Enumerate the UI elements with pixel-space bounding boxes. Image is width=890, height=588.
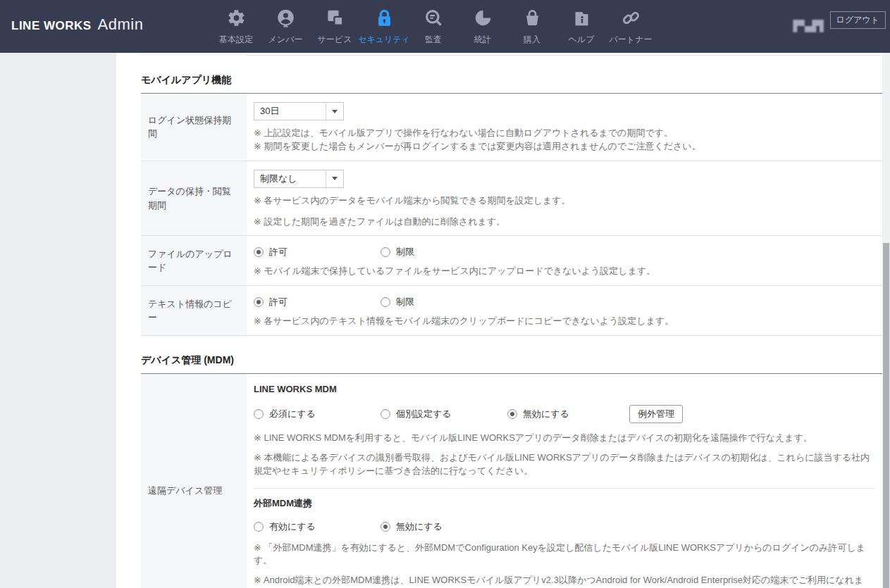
partner-link-icon [622,4,641,31]
note-text: ※ 設定した期間を過ぎたファイルは自動的に削除されます。 [254,215,875,229]
radio-icon[interactable] [381,297,390,307]
logout-button[interactable]: ログアウト [830,11,886,29]
radio-text-copy-allow[interactable]: 許可 [254,296,381,308]
vertical-scrollbar[interactable] [882,53,890,588]
radio-label: 無効にする [396,520,443,533]
exception-management-button[interactable]: 例外管理 [629,405,683,423]
app-logo: LINE WORKS Admin [11,15,143,34]
scrollbar-thumb[interactable] [883,243,889,588]
row-label-data-retention: データの保持・閲覧期間 [141,161,247,236]
table-row: ログイン状態保持期間 30日 ※ 上記設定は、モバイル版アプリで操作を行なわない… [141,94,882,161]
audit-magnifier-icon [424,4,443,31]
note-text: ※ 期間を変更した場合もメンバーが再ログインするまでは変更内容は適用されませんの… [254,140,875,154]
nav-label: パートナー [610,34,653,46]
radio-file-upload-restrict[interactable]: 制限 [381,246,507,258]
note-text: ※ 本機能による各デバイスの識別番号取得、およびモバイル版LINE WORKSア… [254,451,875,478]
help-info-icon [572,4,591,31]
radio-label: 制限 [396,246,414,258]
left-sidebar [0,53,116,588]
main-navigation: 基本設定 メンバー サービス セキュリティ 監査 [211,4,655,46]
user-name-redacted: ▛▚▟▜ [793,20,822,32]
note-text: ※ 各サービス内のデータをモバイル端末から閲覧できる期間を設定します。 [254,194,875,208]
note-text: ※ モバイル端末で保持しているファイルをサービス内にアップロードできないよう設定… [254,265,875,278]
main-panel: モバイルアプリ機能 ログイン状態保持期間 30日 ※ 上記設定は、モバイル版アプ… [116,53,890,588]
nav-item-statistics[interactable]: 統計 [458,4,507,46]
gear-icon [227,4,246,31]
table-row: テキスト情報のコピー 許可 制限 ※ 各サービス内のテキスト情報をモバイ [141,286,882,336]
radio-icon[interactable] [507,409,517,419]
nav-label: 購入 [524,34,540,46]
lock-icon [375,4,394,31]
nav-item-security[interactable]: セキュリティ [359,4,409,46]
pie-chart-icon [474,4,493,31]
subheading-lineworks-mdm: LINE WORKS MDM [254,384,875,394]
member-icon [276,4,295,31]
radio-label: 制限 [396,296,414,308]
nav-item-help[interactable]: ヘルプ [557,4,606,46]
radio-mdm-individual[interactable]: 個別設定する [381,408,507,420]
note-text: ※ Android端末との外部MDM連携は、LINE WORKSモバイル版アプリ… [254,574,875,588]
service-icon [326,4,345,31]
note-text: ※ 上記設定は、モバイル版アプリで操作を行なわない場合に自動ログアウトされるまで… [254,127,875,140]
select-value: 制限なし [254,173,326,185]
nav-item-partner[interactable]: パートナー [606,4,655,46]
table-row: 遠隔デバイス管理 LINE WORKS MDM 必須にする 個別設定する [141,374,882,588]
radio-label: 許可 [269,296,288,308]
radio-text-copy-restrict[interactable]: 制限 [381,296,507,308]
nav-label: 統計 [474,34,491,46]
nav-item-basic-settings[interactable]: 基本設定 [211,4,261,46]
subheading-external-mdm: 外部MDM連携 [254,497,875,510]
chevron-down-icon [326,170,343,187]
nav-label: ヘルプ [569,34,595,46]
nav-item-audit[interactable]: 監査 [409,4,458,46]
nav-label: サービス [318,34,352,46]
radio-label: 必須にする [269,408,316,420]
scrolled-row-remnant [141,53,882,56]
row-label-login-keep-period: ログイン状態保持期間 [141,94,247,161]
row-label-remote-device: 遠隔デバイス管理 [141,374,247,588]
nav-item-services[interactable]: サービス [310,4,359,46]
radio-mdm-disable[interactable]: 無効にする [507,408,629,420]
radio-icon[interactable] [381,247,390,257]
purchase-bag-icon [523,4,542,31]
login-keep-period-select[interactable]: 30日 [254,102,344,120]
radio-icon[interactable] [254,297,264,307]
note-text: ※ 各サービス内のテキスト情報をモバイル端末のクリップボードにコピーできないよう… [254,315,875,328]
radio-label: 許可 [269,246,288,258]
radio-mdm-required[interactable]: 必須にする [254,408,381,420]
brand-name: LINE WORKS [11,19,92,33]
radio-file-upload-allow[interactable]: 許可 [254,246,381,258]
nav-item-members[interactable]: メンバー [261,4,310,46]
data-retention-select[interactable]: 制限なし [254,170,344,188]
radio-icon[interactable] [381,409,390,419]
nav-label: セキュリティ [358,34,410,46]
row-label-file-upload: ファイルのアップロード [141,236,247,285]
chevron-down-icon [326,103,343,120]
radio-icon[interactable] [254,522,264,532]
table-row: データの保持・閲覧期間 制限なし ※ 各サービス内のデータをモバイル端末から閲覧… [141,161,882,237]
radio-icon[interactable] [381,522,390,532]
radio-external-mdm-enable[interactable]: 有効にする [254,520,381,533]
radio-icon[interactable] [254,247,264,257]
divider [254,488,875,489]
nav-label: メンバー [268,34,303,46]
note-text: ※ LINE WORKS MDMを利用すると、モバイル版LINE WORKSアプ… [254,432,875,445]
select-value: 30日 [254,105,326,118]
radio-external-mdm-disable[interactable]: 無効にする [381,520,507,533]
top-navbar: LINE WORKS Admin 基本設定 メンバー サービス セキュリティ [0,0,890,53]
radio-icon[interactable] [254,409,264,419]
radio-label: 有効にする [269,520,316,533]
table-row: ファイルのアップロード 許可 制限 ※ モバイル端末で保持しているファイ [141,236,882,286]
nav-item-purchase[interactable]: 購入 [507,4,557,46]
section-title-mobile-app: モバイルアプリ機能 [141,74,882,94]
brand-suffix: Admin [98,15,144,34]
section-title-device-mdm: デバイス管理 (MDM) [141,354,882,374]
radio-label: 個別設定する [396,408,452,420]
nav-label: 基本設定 [219,34,253,46]
note-text: ※ 「外部MDM連携」を有効にすると、外部MDMでConfiguration K… [254,542,875,568]
row-label-text-copy: テキスト情報のコピー [141,286,247,335]
nav-label: 監査 [425,34,442,46]
radio-label: 無効にする [523,408,569,420]
